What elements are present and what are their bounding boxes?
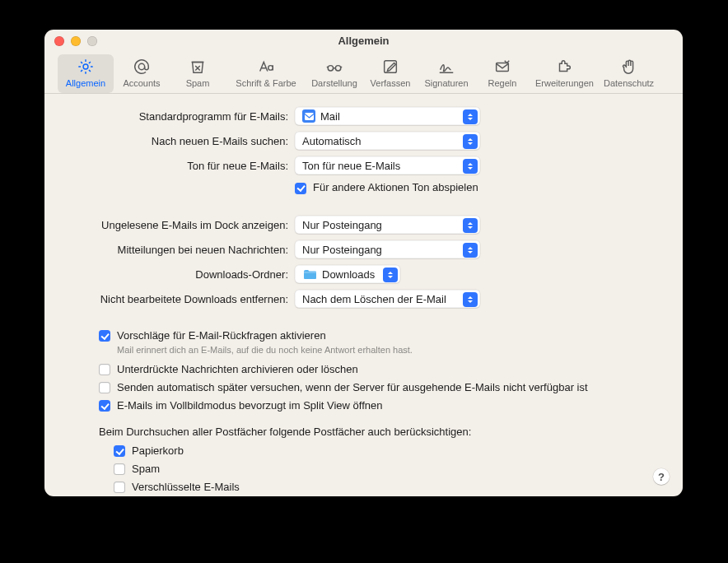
tab-label: Signaturen [424, 78, 468, 88]
titlebar: Allgemein [44, 30, 683, 51]
label-remove-downloads: Nicht bearbeitete Downloads entfernen: [68, 293, 295, 305]
chevron-updown-icon [463, 292, 478, 307]
help-icon: ? [658, 471, 665, 483]
label-followup-suggestions: Vorschläge für E-Mail-Rückfragen aktivie… [117, 329, 326, 342]
select-downloads-folder[interactable]: Downloads [295, 265, 400, 283]
tab-label: Accounts [123, 78, 160, 88]
hand-icon [619, 58, 639, 76]
checkbox-splitview[interactable] [99, 400, 110, 412]
select-value: Mail [320, 110, 340, 123]
help-button[interactable]: ? [653, 468, 670, 485]
tab-signatures[interactable]: Signaturen [418, 54, 474, 93]
font-icon [256, 58, 276, 76]
chevron-updown-icon [463, 159, 478, 174]
svg-point-0 [83, 64, 88, 69]
at-icon [132, 58, 152, 76]
select-value: Nach dem Löschen der E-Mail [302, 293, 446, 305]
window-title: Allgemein [44, 30, 683, 47]
compose-icon [380, 58, 400, 76]
label-include-junk: Spam [132, 463, 160, 476]
zoom-button[interactable] [87, 36, 97, 46]
label-dock-unread: Ungelesene E-Mails im Dock anzeigen: [68, 219, 295, 231]
folder-icon [302, 268, 317, 281]
gear-icon [76, 58, 96, 76]
select-value: Ton für neue E-Mails [302, 160, 400, 172]
select-value: Automatisch [302, 135, 362, 147]
minimize-button[interactable] [71, 36, 81, 46]
svg-rect-6 [305, 113, 314, 120]
select-remove-downloads[interactable]: Nach dem Löschen der E-Mail [295, 290, 480, 308]
label-search-include: Beim Durchsuchen aller Postfächer folgen… [68, 426, 660, 438]
checkbox-include-trash[interactable] [114, 445, 125, 457]
preferences-window: Allgemein Allgemein Accounts Spam Schrif… [44, 30, 683, 496]
label-notifications: Mitteilungen bei neuen Nachrichten: [68, 244, 295, 256]
tab-viewing[interactable]: Darstellung [306, 54, 362, 93]
tab-composing[interactable]: Verfassen [362, 54, 418, 93]
label-default-email-app: Standardprogramm für E-Mails: [68, 110, 295, 123]
tab-label: Regeln [488, 78, 517, 88]
svg-rect-5 [497, 63, 509, 71]
svg-point-2 [328, 66, 333, 71]
select-notifications[interactable]: Nur Posteingang [295, 240, 480, 258]
label-check-mail: Nach neuen E-Mails suchen: [68, 135, 295, 147]
tab-label: Datenschutz [604, 78, 654, 88]
chevron-updown-icon [463, 243, 478, 258]
select-new-mail-sound[interactable]: Ton für neue E-Mails [295, 156, 480, 174]
tab-label: Verfassen [371, 78, 411, 88]
select-default-email-app[interactable]: Mail [295, 107, 480, 125]
tab-label: Allgemein [66, 78, 105, 88]
rules-icon [492, 58, 512, 76]
checkbox-include-encrypted[interactable] [114, 482, 125, 493]
tab-fonts[interactable]: Schrift & Farbe [226, 54, 306, 93]
select-check-mail[interactable]: Automatisch [295, 132, 480, 150]
tab-label: Erweiterungen [535, 78, 594, 88]
tab-privacy[interactable]: Datenschutz [599, 54, 659, 93]
close-button[interactable] [54, 36, 64, 46]
label-splitview: E-Mails im Vollbildmodus bevorzugt im Sp… [117, 399, 383, 412]
label-archive-muted: Unterdrückte Nachrichten archivieren ode… [117, 363, 358, 376]
label-include-encrypted: Verschlüsselte E-Mails [132, 481, 240, 494]
preferences-toolbar: Allgemein Accounts Spam Schrift & Farbe … [44, 51, 683, 94]
checkbox-play-sounds-other[interactable] [295, 183, 306, 194]
tab-label: Schrift & Farbe [236, 78, 296, 88]
chevron-updown-icon [463, 218, 478, 233]
glasses-icon [324, 58, 344, 76]
hint-followup-suggestions: Mail erinnert dich an E-Mails, auf die d… [117, 345, 660, 355]
chevron-updown-icon [463, 109, 478, 124]
chevron-updown-icon [383, 268, 398, 282]
select-dock-unread[interactable]: Nur Posteingang [295, 216, 480, 234]
label-include-trash: Papierkorb [132, 444, 184, 458]
select-value: Nur Posteingang [302, 244, 382, 256]
svg-point-1 [138, 63, 144, 69]
tab-junk[interactable]: Spam [170, 54, 226, 93]
window-controls [54, 36, 97, 46]
svg-point-3 [335, 66, 340, 71]
checkbox-include-junk[interactable] [114, 463, 125, 475]
checkbox-retry-send[interactable] [99, 382, 110, 393]
tab-label: Spam [186, 78, 210, 88]
label-retry-send: Senden automatisch später versuchen, wen… [117, 381, 588, 394]
label-downloads-folder: Downloads-Ordner: [68, 268, 295, 281]
general-pane: Standardprogramm für E-Mails: Mail Nach … [44, 94, 683, 496]
tab-extensions[interactable]: Erweiterungen [530, 54, 599, 93]
bin-icon [188, 58, 208, 76]
label-play-sounds-other: Für andere Aktionen Ton abspielen [313, 181, 478, 194]
tab-label: Darstellung [311, 78, 357, 88]
mail-app-icon [302, 109, 315, 123]
tab-general[interactable]: Allgemein [58, 54, 114, 93]
signature-icon [436, 58, 456, 76]
select-value: Downloads [322, 268, 375, 281]
select-value: Nur Posteingang [302, 219, 382, 231]
checkbox-followup-suggestions[interactable] [99, 330, 110, 342]
chevron-updown-icon [463, 134, 478, 149]
tab-rules[interactable]: Regeln [474, 54, 530, 93]
label-new-mail-sound: Ton für neue E-Mails: [68, 160, 295, 172]
tab-accounts[interactable]: Accounts [114, 54, 170, 93]
checkbox-archive-muted[interactable] [99, 364, 110, 375]
puzzle-icon [554, 58, 574, 76]
